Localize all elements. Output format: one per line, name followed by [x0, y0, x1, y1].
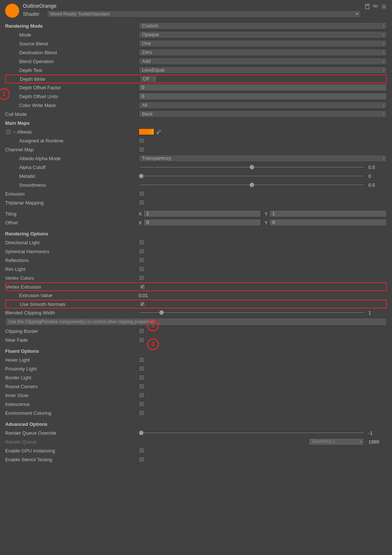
round-corners-label: Round Corners: [5, 384, 139, 389]
metallic-label: Metallic: [5, 173, 139, 179]
reflections-label: Reflections: [5, 258, 139, 263]
emission-checkbox[interactable]: [139, 191, 145, 197]
color-write-mask-dropdown[interactable]: All: [139, 101, 387, 109]
cull-mode-label: Cull Mode: [5, 111, 139, 117]
triplanar-mapping-checkbox[interactable]: [139, 200, 145, 206]
source-blend-label: Source Blend: [5, 41, 139, 46]
albedo-alpha-mode-dropdown[interactable]: Transparency: [139, 155, 387, 162]
annotated-row-3: Use Smooth Normals ✓: [5, 300, 387, 308]
reflections-checkbox[interactable]: [139, 257, 145, 263]
spherical-harmonics-label: Spherical Harmonics: [5, 249, 139, 254]
offset-y-input[interactable]: 0: [269, 219, 387, 226]
alpha-cutoff-label: Alpha Cutoff: [5, 165, 139, 170]
enable-gpu-instancing-label: Enable GPU Instancing: [5, 448, 139, 454]
tiling-x-input[interactable]: 1: [143, 210, 261, 217]
inner-glow-checkbox[interactable]: [139, 392, 145, 398]
clipping-border-checkbox[interactable]: [139, 328, 145, 334]
directional-light-label: Directional Light: [5, 240, 139, 245]
render-queue-override-slider[interactable]: [139, 432, 365, 434]
annotated-row-2: Vertex Extrusion ✓: [5, 282, 387, 291]
annotation-ring-3: 3: [147, 338, 159, 350]
proximity-light-checkbox[interactable]: [139, 366, 145, 372]
material-name: OutlineOrange: [23, 3, 361, 9]
mode-label: Mode: [5, 32, 139, 38]
albedo-texture-slot[interactable]: [5, 128, 12, 135]
cull-mode-dropdown[interactable]: Back: [139, 110, 387, 118]
triplanar-mapping-label: Triplanar Mapping: [5, 200, 139, 206]
shader-dropdown[interactable]: Mixed Reality Toolkit/Standard: [47, 10, 361, 18]
alpha-cutoff-slider[interactable]: [139, 166, 365, 168]
proximity-light-label: Proximity Light: [5, 366, 139, 372]
depth-write-label: Depth Write: [6, 76, 139, 82]
albedo-alpha-mode-label: Albedo Alpha Mode: [5, 156, 139, 161]
render-queue-override-value[interactable]: -1: [368, 430, 387, 436]
enable-stencil-testing-label: Enable Stencil Testing: [5, 457, 139, 462]
material-preview-orb: [5, 4, 19, 18]
source-blend-dropdown[interactable]: One: [139, 40, 387, 47]
offset-x-input[interactable]: 0: [143, 219, 261, 226]
inner-glow-label: Inner Glow: [5, 393, 139, 398]
metallic-value[interactable]: 0: [368, 173, 387, 179]
extrusion-value-label: Extrusion Value: [5, 293, 139, 298]
depth-offset-factor-label: Depth Offset Factor: [5, 85, 139, 90]
vertex-colors-checkbox[interactable]: [139, 275, 145, 281]
round-corners-checkbox[interactable]: [139, 383, 145, 389]
mode-dropdown[interactable]: Opaque: [139, 31, 387, 38]
render-queue-value: 1999: [368, 439, 387, 445]
use-smooth-normals-checkbox[interactable]: ✓: [139, 301, 145, 307]
smoothness-slider[interactable]: [139, 184, 365, 186]
directional-light-checkbox[interactable]: [139, 239, 145, 245]
iridescence-checkbox[interactable]: [139, 401, 145, 407]
svg-rect-2: [366, 6, 368, 6]
metallic-slider[interactable]: [139, 175, 365, 177]
depth-offset-units-input[interactable]: 0: [139, 93, 387, 100]
color-write-mask-label: Color Write Mask: [5, 103, 139, 108]
depth-offset-factor-input[interactable]: 0: [139, 84, 387, 91]
hover-light-checkbox[interactable]: [139, 357, 145, 363]
extrusion-value[interactable]: 0.01: [139, 293, 148, 298]
rendering-mode-dropdown[interactable]: Custom: [139, 22, 387, 30]
near-fade-checkbox[interactable]: [139, 337, 145, 343]
help-icon[interactable]: [365, 4, 371, 10]
rendering-mode-label: Rendering Mode: [5, 23, 139, 29]
blended-clipping-width-slider[interactable]: [139, 311, 365, 314]
annotated-row-1: Depth Write Off: [5, 75, 387, 83]
environment-coloring-checkbox[interactable]: [139, 410, 145, 416]
alpha-cutoff-value[interactable]: 0.5: [368, 165, 387, 170]
blend-operation-dropdown[interactable]: Add: [139, 58, 387, 65]
depth-offset-units-label: Depth Offset Units: [5, 94, 139, 99]
channel-map-label: Channel Map: [5, 147, 139, 152]
near-fade-label: Near Fade: [5, 337, 139, 343]
svg-rect-4: [376, 5, 378, 7]
hover-light-label: Hover Light: [5, 357, 139, 363]
advanced-options-heading: Advanced Options: [5, 421, 139, 427]
depth-test-dropdown[interactable]: LessEqual: [139, 66, 387, 74]
smoothness-value[interactable]: 0.5: [368, 182, 387, 188]
vertex-colors-label: Vertex Colors: [5, 275, 139, 281]
depth-write-dropdown[interactable]: Off: [139, 75, 157, 83]
clipping-border-label: Clipping Border: [5, 328, 139, 334]
tiling-y-input[interactable]: 1: [269, 210, 387, 217]
preset-icon[interactable]: [373, 4, 379, 10]
border-light-checkbox[interactable]: [139, 375, 145, 380]
albedo-color-swatch[interactable]: [139, 128, 154, 135]
vertex-extrusion-label: Vertex Extrusion: [6, 284, 139, 290]
destination-blend-dropdown[interactable]: Zero: [139, 49, 387, 56]
blend-operation-label: Blend Operation: [5, 59, 139, 64]
render-queue-dropdown[interactable]: Geometry-1: [309, 438, 364, 445]
rim-light-checkbox[interactable]: [139, 266, 145, 272]
enable-gpu-instancing-checkbox[interactable]: [139, 448, 145, 454]
eyedropper-icon[interactable]: 🖊: [156, 128, 162, 135]
vertex-extrusion-checkbox[interactable]: ✓: [139, 284, 145, 290]
enable-stencil-testing-checkbox[interactable]: [139, 456, 145, 462]
header-bar: OutlineOrange Shader Mixed Reality Toolk…: [5, 3, 387, 18]
depth-test-label: Depth Test: [5, 68, 139, 73]
assigned-at-runtime-checkbox[interactable]: [139, 138, 145, 144]
albedo-picker-icon[interactable]: ○: [13, 129, 16, 135]
emission-label: Emission: [5, 191, 139, 197]
channel-map-checkbox[interactable]: [139, 146, 145, 152]
gear-icon[interactable]: [381, 4, 387, 10]
spherical-harmonics-checkbox[interactable]: [139, 248, 145, 254]
blended-clipping-width-value[interactable]: 1: [368, 310, 387, 316]
render-queue-override-label: Render Queue Override: [5, 430, 139, 436]
